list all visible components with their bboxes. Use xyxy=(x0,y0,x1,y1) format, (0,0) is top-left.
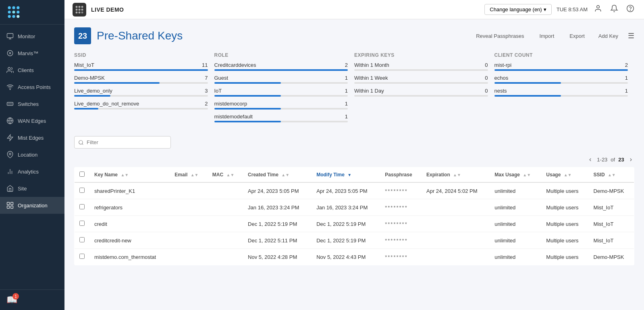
sidebar-item-monitor[interactable]: Monitor xyxy=(0,28,64,45)
cell-mac-1 xyxy=(208,199,243,216)
svg-point-2 xyxy=(17,6,19,9)
cell-key-name-0: sharedPrinter_K1 xyxy=(89,182,170,199)
reveal-passphrases-button[interactable]: Reveal Passphrases xyxy=(472,31,528,41)
cell-expiration-1 xyxy=(422,199,490,216)
chevron-down-icon: ▾ xyxy=(544,6,546,12)
cell-expiration-4 xyxy=(422,249,490,265)
cell-passphrase-2: ******** xyxy=(380,216,422,232)
stats-client-value-2: 1 xyxy=(625,88,628,94)
sidebar-item-clients[interactable]: Clients xyxy=(0,62,64,79)
stats-client-header: Client Count xyxy=(494,52,628,58)
col-header-max-usage[interactable]: Max Usage ▲▼ xyxy=(490,167,541,183)
sidebar-bottom: 📖 1 xyxy=(0,289,64,310)
row-checkbox-3[interactable] xyxy=(79,237,85,242)
svg-point-3 xyxy=(8,10,11,13)
row-checkbox-cell-2[interactable] xyxy=(75,216,90,232)
svg-point-34 xyxy=(76,8,78,10)
svg-point-41 xyxy=(627,5,634,12)
stats-role-value-3: 1 xyxy=(345,101,348,107)
stats-ssid-label-1: Demo-MPSK xyxy=(74,75,105,81)
cell-created-time-3: Dec 1, 2022 5:11 PM xyxy=(243,232,312,249)
sidebar-item-location[interactable]: Location xyxy=(0,146,64,163)
stats-ssid-item-3: Live_demo_do_not_remove 2 xyxy=(74,101,208,110)
cell-max-usage-3: unlimited xyxy=(490,232,541,249)
row-checkbox-cell-0[interactable] xyxy=(75,182,90,199)
row-checkbox-cell-1[interactable] xyxy=(75,199,90,216)
pagination-current: 1-23 xyxy=(597,157,607,163)
stats-ssid-header: SSID xyxy=(74,52,208,58)
sort-icon-expiration: ▲▼ xyxy=(453,173,461,177)
cell-max-usage-2: unlimited xyxy=(490,216,541,232)
svg-point-33 xyxy=(81,6,83,8)
svg-point-7 xyxy=(12,15,15,18)
filter-input[interactable] xyxy=(74,136,171,149)
sidebar-item-label-analytics: Analytics xyxy=(18,169,39,175)
user-icon-button[interactable] xyxy=(592,3,604,16)
cell-max-usage-1: unlimited xyxy=(490,199,541,216)
select-all-checkbox[interactable] xyxy=(79,172,85,177)
topbar-logo xyxy=(73,3,86,17)
add-key-button[interactable]: Add Key xyxy=(594,31,622,41)
import-button[interactable]: Import xyxy=(535,31,558,41)
stats-role-value-0: 2 xyxy=(345,62,348,68)
svg-point-31 xyxy=(76,6,78,8)
stats-expiring-label-1: Within 1 Week xyxy=(354,75,388,81)
row-checkbox-4[interactable] xyxy=(79,254,85,259)
next-page-button[interactable]: › xyxy=(627,155,634,164)
col-header-modify-time[interactable]: Modify Time ▼ xyxy=(312,167,380,183)
col-header-expiration[interactable]: Expiration ▲▼ xyxy=(422,167,490,183)
svg-rect-27 xyxy=(7,203,10,205)
col-header-created-time[interactable]: Created Time ▲▼ xyxy=(243,167,312,183)
change-language-button[interactable]: Change language (en) ▾ xyxy=(484,4,551,15)
svg-point-4 xyxy=(12,10,15,13)
cell-passphrase-0: ******** xyxy=(380,182,422,199)
sidebar-item-marvis[interactable]: Marvis™ xyxy=(0,45,64,62)
cell-passphrase-1: ******** xyxy=(380,199,422,216)
sidebar-item-access-points[interactable]: Access Points xyxy=(0,79,64,95)
cell-email-2 xyxy=(170,216,208,232)
sidebar-item-organization[interactable]: Organization xyxy=(0,197,64,214)
cell-expiration-2 xyxy=(422,216,490,232)
col-header-ssid[interactable]: SSID ▲▼ xyxy=(589,167,634,183)
sidebar-item-switches[interactable]: Switches xyxy=(0,95,64,112)
row-checkbox-0[interactable] xyxy=(79,188,85,193)
sidebar-item-wan-edges[interactable]: WAN Edges xyxy=(0,112,64,129)
col-header-key-name[interactable]: Key Name ▲▼ xyxy=(89,167,170,183)
col-header-mac[interactable]: MAC ▲▼ xyxy=(208,167,243,183)
stats-ssid-value-1: 7 xyxy=(205,75,208,81)
row-checkbox-cell-4[interactable] xyxy=(75,249,90,265)
select-all-header[interactable] xyxy=(75,167,90,183)
more-options-button[interactable]: ☰ xyxy=(628,31,634,40)
stats-expiring-value-0: 0 xyxy=(485,62,488,68)
col-header-usage[interactable]: Usage ▲▼ xyxy=(541,167,588,183)
cell-mac-2 xyxy=(208,216,243,232)
stats-ssid-item-0: Mist_IoT 11 xyxy=(74,62,208,71)
row-checkbox-1[interactable] xyxy=(79,204,85,209)
export-button[interactable]: Export xyxy=(565,31,589,41)
prev-page-button[interactable]: ‹ xyxy=(587,155,594,164)
cell-email-1 xyxy=(170,199,208,216)
stats-expiring-label-0: Within 1 Month xyxy=(354,62,389,68)
svg-rect-29 xyxy=(7,206,10,209)
sidebar-item-label-marvis: Marvis™ xyxy=(18,50,38,56)
sort-icon-created-time: ▲▼ xyxy=(281,173,289,177)
sidebar-book-badge: 1 xyxy=(12,293,19,300)
stats-expiring-value-2: 0 xyxy=(485,88,488,94)
row-checkbox-2[interactable] xyxy=(79,221,85,226)
sidebar-item-analytics[interactable]: Analytics xyxy=(0,163,64,180)
sidebar-book-wrap[interactable]: 📖 1 xyxy=(6,295,17,305)
sidebar-item-site[interactable]: Site xyxy=(0,180,64,197)
sidebar-item-mist-edges[interactable]: Mist Edges xyxy=(0,129,64,146)
help-icon-button[interactable] xyxy=(625,3,636,16)
col-header-email[interactable]: Email ▲▼ xyxy=(170,167,208,183)
svg-point-0 xyxy=(8,6,11,9)
stats-role-label-4: mistdemodefault xyxy=(214,114,253,120)
row-checkbox-cell-3[interactable] xyxy=(75,232,90,249)
topbar-time: TUE 8:53 AM xyxy=(557,6,588,12)
stats-ssid-item-1: Demo-MPSK 7 xyxy=(74,75,208,84)
cell-key-name-2: credit xyxy=(89,216,170,232)
notifications-icon-button[interactable] xyxy=(609,3,620,16)
stats-client-label-0: mist-rpi xyxy=(494,62,512,68)
filter-row xyxy=(74,136,634,149)
svg-point-8 xyxy=(17,15,19,18)
